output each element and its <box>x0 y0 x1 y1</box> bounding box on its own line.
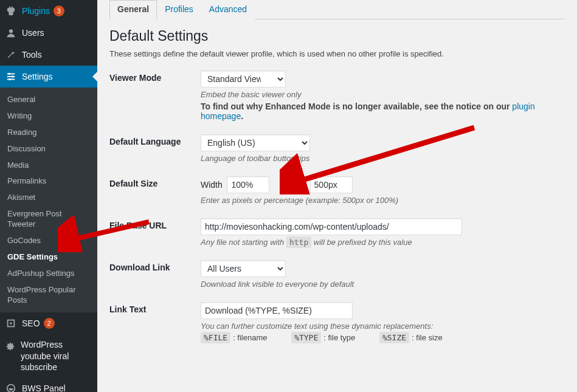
sub-reading[interactable]: Reading <box>0 125 97 141</box>
rep-file: %FILE: filename <box>201 333 278 342</box>
download-link-select[interactable]: All Users <box>201 260 286 277</box>
users-icon <box>5 27 17 39</box>
sub-evergreen[interactable]: Evergreen Post Tweeter <box>0 206 97 233</box>
height-input[interactable] <box>310 176 353 193</box>
admin-sidebar: Plugins 3 Users Tools Settings General W… <box>0 0 97 392</box>
viewer-mode-select[interactable]: Standard Viewer <box>201 70 286 88</box>
content-area: General Profiles Advanced Default Settin… <box>97 0 577 392</box>
svg-point-9 <box>7 385 15 392</box>
link-text-input[interactable] <box>201 302 353 319</box>
row-file-base-url: File Base URL Any file not starting with… <box>109 218 565 247</box>
link-text-note: You can further customize text using the… <box>201 322 565 331</box>
file-base-url-input[interactable] <box>201 218 462 235</box>
row-download-link: Download Link All Users Download link vi… <box>109 260 565 289</box>
panel-icon <box>5 382 17 392</box>
tab-advanced[interactable]: Advanced <box>201 0 255 19</box>
tab-profiles[interactable]: Profiles <box>157 0 201 19</box>
sidebar-label: BWS Panel <box>22 383 66 392</box>
tab-general[interactable]: General <box>109 0 157 19</box>
sidebar-item-plugins[interactable]: Plugins 3 <box>0 0 97 22</box>
sub-permalinks[interactable]: Permalinks <box>0 173 97 190</box>
svg-point-5 <box>12 75 14 78</box>
tools-icon <box>5 49 17 61</box>
sidebar-label: Plugins <box>22 6 50 16</box>
label-default-size: Default Size <box>109 176 201 188</box>
sidebar-item-users[interactable]: Users <box>0 22 97 44</box>
sub-general[interactable]: General <box>0 92 97 108</box>
default-language-select[interactable]: English (US) <box>201 134 310 151</box>
sub-media[interactable]: Media <box>0 157 97 174</box>
viewer-info-prefix: To find out why Enhanced Mode is no long… <box>201 101 512 111</box>
svg-point-6 <box>9 78 11 81</box>
sidebar-item-seo[interactable]: SEO 2 <box>0 312 97 334</box>
width-label: Width <box>201 180 223 190</box>
size-note: Enter as pixels or percentage (example: … <box>201 196 565 205</box>
viewer-info-suffix: . <box>241 111 243 121</box>
row-default-language: Default Language English (US) Language o… <box>109 134 565 163</box>
label-default-language: Default Language <box>109 134 201 146</box>
svg-point-0 <box>9 29 13 33</box>
sidebar-label: SEO <box>22 318 40 328</box>
sub-gocodes[interactable]: GoCodes <box>0 233 97 249</box>
base-url-note: Any file not starting with http will be … <box>201 238 565 247</box>
sub-discussion[interactable]: Discussion <box>0 141 97 157</box>
label-link-text: Link Text <box>109 302 201 314</box>
sidebar-label: Users <box>22 28 44 38</box>
sub-gde-settings[interactable]: GDE Settings <box>0 249 97 266</box>
plugin-icon <box>5 5 17 17</box>
rep-type: %TYPE: file type <box>291 333 366 342</box>
download-link-note: Download link visible to everyone by def… <box>201 280 565 289</box>
settings-tabs: General Profiles Advanced <box>109 0 565 19</box>
update-badge: 3 <box>54 5 64 16</box>
gear-icon <box>5 340 16 352</box>
seo-icon <box>5 317 17 329</box>
height-label: Height <box>280 180 305 190</box>
language-note: Language of toolbar button tips <box>201 154 565 163</box>
sidebar-item-wpyt[interactable]: WordPress youtube viral subscribe <box>0 334 97 377</box>
rep-size: %SIZE: file size <box>379 333 454 342</box>
sidebar-label: Settings <box>22 72 53 81</box>
sidebar-label: WordPress youtube viral subscribe <box>21 339 92 373</box>
page-description: These settings define the default viewer… <box>109 49 565 58</box>
page-title: Default Settings <box>109 28 565 44</box>
sidebar-item-tools[interactable]: Tools <box>0 44 97 66</box>
sub-writing[interactable]: Writing <box>0 108 97 125</box>
row-viewer-mode: Viewer Mode Standard Viewer Embed the ba… <box>109 70 565 121</box>
sidebar-item-settings[interactable]: Settings <box>0 66 97 88</box>
label-file-base-url: File Base URL <box>109 218 201 230</box>
width-input[interactable] <box>227 176 269 193</box>
sub-wpp[interactable]: WordPress Popular Posts <box>0 282 97 309</box>
svg-point-8 <box>10 323 12 325</box>
label-download-link: Download Link <box>109 260 201 272</box>
viewer-mode-note: Embed the basic viewer only <box>201 90 565 99</box>
sidebar-item-bws[interactable]: BWS Panel <box>0 377 97 392</box>
settings-submenu: General Writing Reading Discussion Media… <box>0 88 97 312</box>
sidebar-label: Tools <box>22 50 42 60</box>
label-viewer-mode: Viewer Mode <box>109 70 201 83</box>
update-badge: 2 <box>44 318 55 329</box>
row-link-text: Link Text You can further customize text… <box>109 302 565 342</box>
svg-point-4 <box>9 73 11 75</box>
row-default-size: Default Size Width Height Enter as pixel… <box>109 176 565 205</box>
sub-akismet[interactable]: Akismet <box>0 190 97 206</box>
settings-sliders-icon <box>5 70 17 83</box>
sub-adpushup[interactable]: AdPushup Settings <box>0 266 97 282</box>
